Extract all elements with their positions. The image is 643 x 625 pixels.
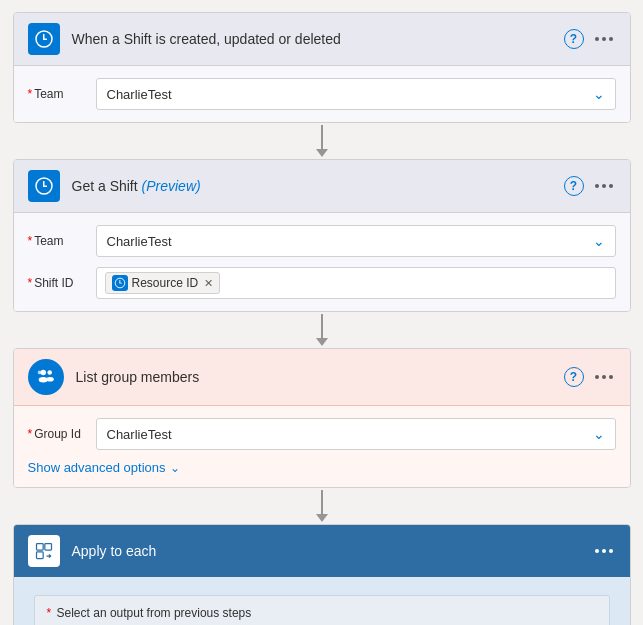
list-group-card: List group members ? *Group Id CharlieTe… [13,348,631,488]
apply-each-card: Apply to each * Select an output from pr… [13,524,631,625]
connector-vert-2 [321,314,323,338]
svg-rect-2 [43,39,47,41]
get-shift-more-button[interactable] [592,183,616,189]
svg-rect-15 [44,544,51,551]
get-shift-id-label: *Shift ID [28,276,88,290]
apply-each-select-label: * Select an output from previous steps [47,606,597,620]
svg-rect-5 [43,186,47,188]
connector-vert-1 [321,125,323,149]
list-group-id-label: *Group Id [28,427,88,441]
connector-line-1 [316,125,328,157]
list-group-icon [28,359,64,395]
show-advanced-button[interactable]: Show advanced options ⌄ [28,460,616,475]
get-shift-actions: ? [564,176,616,196]
apply-each-icon [28,535,60,567]
get-shift-id-row: *Shift ID Resource ID ✕ [28,267,616,299]
trigger-card: When a Shift is created, updated or dele… [13,12,631,123]
trigger-title: When a Shift is created, updated or dele… [72,31,552,47]
svg-point-12 [46,377,53,382]
get-shift-card: Get a Shift (Preview) ? *Team CharlieTes… [13,159,631,312]
svg-point-10 [47,370,52,375]
apply-each-title: Apply to each [72,543,580,559]
svg-rect-7 [119,280,120,283]
trigger-team-row: *Team CharlieTest ⌄ [28,78,616,110]
trigger-header: When a Shift is created, updated or dele… [14,13,630,66]
apply-each-body: * Select an output from previous steps [14,577,630,625]
trigger-body: *Team CharlieTest ⌄ [14,66,630,122]
svg-rect-14 [36,544,43,551]
trigger-more-button[interactable] [592,36,616,42]
chevron-down-icon: ⌄ [170,461,180,475]
connector-line-2 [316,314,328,346]
connector-arrow-2 [316,338,328,346]
connector-arrow-3 [316,514,328,522]
svg-point-13 [37,371,41,375]
get-shift-help-button[interactable]: ? [564,176,584,196]
get-shift-team-input[interactable]: CharlieTest ⌄ [96,225,616,257]
trigger-team-input[interactable]: CharlieTest ⌄ [96,78,616,110]
svg-rect-16 [36,552,43,559]
tag-clock-icon [112,275,128,291]
clock-icon-2 [34,176,54,196]
list-group-help-button[interactable]: ? [564,367,584,387]
resource-id-tag-close[interactable]: ✕ [204,277,213,290]
resource-id-tag: Resource ID ✕ [105,272,221,294]
trigger-team-dropdown-arrow: ⌄ [593,86,605,102]
list-group-body: *Group Id CharlieTest ⌄ Show advanced op… [14,406,630,487]
get-shift-header: Get a Shift (Preview) ? [14,160,630,213]
list-group-id-dropdown-arrow: ⌄ [593,426,605,442]
list-group-actions: ? [564,367,616,387]
get-shift-team-dropdown-arrow: ⌄ [593,233,605,249]
get-shift-team-row: *Team CharlieTest ⌄ [28,225,616,257]
get-shift-team-label: *Team [28,234,88,248]
list-group-header: List group members ? [14,349,630,406]
trigger-help-button[interactable]: ? [564,29,584,49]
apply-each-more-button[interactable] [592,548,616,554]
list-group-id-input[interactable]: CharlieTest ⌄ [96,418,616,450]
trigger-icon [28,23,60,55]
svg-point-11 [38,377,47,383]
list-group-title: List group members [76,369,552,385]
trigger-team-label: *Team [28,87,88,101]
trigger-actions: ? [564,29,616,49]
connector-arrow-1 [316,149,328,157]
connector-3 [13,488,631,524]
apply-each-inner: * Select an output from previous steps [34,595,610,625]
connector-2 [13,312,631,348]
get-shift-icon [28,170,60,202]
connector-vert-3 [321,490,323,514]
apply-each-header: Apply to each [14,525,630,577]
svg-rect-8 [119,283,121,284]
connector-line-3 [316,490,328,522]
list-group-id-row: *Group Id CharlieTest ⌄ [28,418,616,450]
get-shift-body: *Team CharlieTest ⌄ *Shift ID [14,213,630,311]
get-shift-id-input[interactable]: Resource ID ✕ [96,267,616,299]
clock-icon [34,29,54,49]
list-group-more-button[interactable] [592,374,616,380]
connector-1 [13,123,631,159]
required-star: * [28,87,33,101]
get-shift-title: Get a Shift (Preview) [72,178,552,194]
